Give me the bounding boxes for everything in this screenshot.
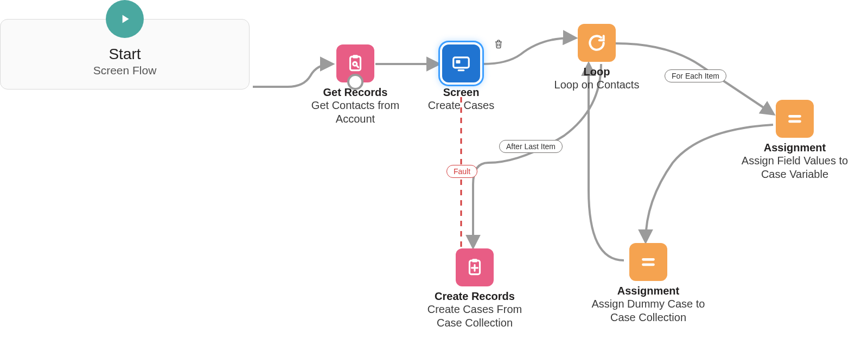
node-screen[interactable]: Screen Create Cases [423,44,499,112]
node-label: Assign Field Values to Case Variable [738,154,852,181]
end-dot [347,74,363,90]
node-label: Assign Dummy Case to Case Collection [591,297,705,324]
equals-icon [629,243,667,281]
loop-icon [578,24,616,62]
node-loop[interactable]: Loop Loop on Contacts [542,24,651,92]
clipboard-search-icon [336,44,374,82]
svg-rect-0 [350,56,361,70]
connector-dummy-to-loop[interactable] [589,64,624,260]
clipboard-plus-icon [456,248,494,286]
svg-rect-3 [454,57,469,68]
node-type: Assignment [591,284,705,297]
node-assignment-dummy[interactable]: Assignment Assign Dummy Case to Case Col… [591,243,705,324]
node-type: Loop [542,65,651,78]
node-type: Screen [423,86,499,99]
node-get-records[interactable]: Get Records Get Contacts from Account [304,44,407,126]
node-label: Create Cases [423,99,499,112]
pill-for-each: For Each Item [665,69,726,82]
node-label: Loop on Contacts [542,78,651,92]
screen-icon [442,44,480,82]
node-type: Create Records [420,290,529,303]
node-type: Assignment [738,141,852,154]
node-create-records[interactable]: Create Records Create Cases From Case Co… [420,248,529,330]
node-label: Create Cases From Case Collection [420,303,529,330]
svg-rect-6 [472,259,477,262]
node-assignment-field-values[interactable]: Assignment Assign Field Values to Case V… [738,100,852,181]
equals-icon [776,100,814,138]
node-label: Get Contacts from Account [304,99,407,126]
play-icon [106,0,144,38]
svg-rect-4 [456,60,461,63]
delete-icon[interactable] [494,39,503,52]
pill-fault: Fault [446,165,477,178]
pill-after-last: After Last Item [499,140,563,153]
svg-rect-1 [353,55,358,58]
